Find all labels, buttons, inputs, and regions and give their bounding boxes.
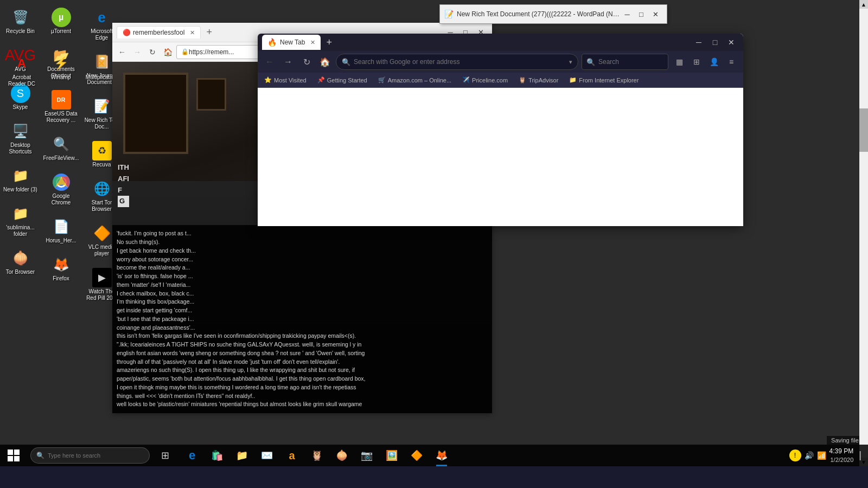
address-bar[interactable]: 🔍 ▾ bbox=[336, 54, 578, 70]
taskbar-app-store[interactable]: 🛍️ bbox=[205, 445, 229, 466]
icon-freefileview[interactable]: 🔍 FreeFileView... bbox=[42, 132, 80, 164]
search-box[interactable]: 🔍 bbox=[582, 54, 668, 70]
bookmark-getting-started[interactable]: 📌 Getting Started bbox=[315, 75, 369, 85]
skype-label: Skype bbox=[13, 104, 28, 111]
blog-long-1: this isn't from 'felix gargas like I've … bbox=[117, 332, 488, 341]
icon-winamp[interactable]: ⚡ Winamp bbox=[42, 52, 80, 83]
bookmark-amazon[interactable]: 🛒 Amazon.com – Online... bbox=[376, 75, 454, 85]
account-icon[interactable]: 👤 bbox=[706, 54, 722, 69]
volume-icon[interactable]: 🔊 bbox=[805, 451, 814, 460]
new-rich-text-icon: 📝 bbox=[92, 97, 112, 116]
painting-frame-large bbox=[123, 73, 188, 154]
icon-easeus[interactable]: DR EaseUS Data Recovery ... bbox=[42, 88, 80, 126]
getting-started-label: Getting Started bbox=[327, 77, 367, 84]
back-button[interactable]: ← bbox=[262, 54, 277, 69]
bookmark-from-ie[interactable]: 📁 From Internet Explorer bbox=[567, 75, 641, 85]
bookmark-priceline[interactable]: ✈️ Priceline.com bbox=[460, 75, 510, 85]
menu-icon[interactable]: ≡ bbox=[724, 54, 739, 69]
taskbar-app-tripadvisor[interactable]: 🦉 bbox=[305, 445, 329, 466]
most-visited-label: Most Visited bbox=[274, 77, 307, 84]
taskbar-app-edge[interactable]: e bbox=[180, 445, 204, 466]
bg-tab-add[interactable]: + bbox=[206, 27, 212, 38]
easeus-label: EaseUS Data Recovery ... bbox=[43, 111, 79, 124]
blog-line-7: them 'matter' /se'f I 'materia... bbox=[117, 281, 488, 290]
ms-edge-icon: e bbox=[92, 8, 112, 27]
bg-browser-tab[interactable]: 🔴 rememberlessfool ✕ bbox=[117, 26, 201, 38]
home-button[interactable]: 🏠 bbox=[317, 54, 333, 69]
bookmark-most-visited[interactable]: ⭐ Most Visited bbox=[262, 75, 309, 85]
browser-window-controls: ─ □ ✕ bbox=[691, 35, 739, 50]
network-icon[interactable]: 📶 bbox=[817, 451, 826, 460]
show-desktop-button[interactable]: | bbox=[857, 450, 864, 461]
taskbar-clock[interactable]: 4:39 PM 1/2/2020 bbox=[829, 447, 854, 464]
taskbar-search-box[interactable]: 🔍 bbox=[30, 447, 150, 464]
icon-acrobat[interactable]: A Acrobat Reader DC bbox=[3, 52, 41, 89]
icon-google-chrome[interactable]: Google Chrome bbox=[42, 170, 80, 208]
scrollbar-up-arrow[interactable]: ▲ bbox=[859, 0, 868, 9]
bg-back-button[interactable]: ← bbox=[116, 46, 129, 59]
browser-minimize-button[interactable]: ─ bbox=[691, 35, 706, 50]
search-input[interactable] bbox=[598, 58, 680, 66]
firefox-label: Firefox bbox=[53, 275, 69, 282]
address-dropdown-icon[interactable]: ▾ bbox=[569, 59, 572, 66]
scrollbar-right[interactable]: ▲ ▼ bbox=[859, 0, 868, 466]
icon-new-folder[interactable]: 📁 New folder (3) bbox=[2, 164, 40, 195]
icon-subliminal-folder[interactable]: 📁 'sublimina... folder bbox=[2, 202, 40, 240]
sync-icon[interactable]: ⊞ bbox=[689, 54, 704, 69]
task-view-button[interactable]: ⊞ bbox=[153, 445, 177, 466]
icon-utorrent[interactable]: µ µTorrent bbox=[42, 5, 80, 37]
tab-close-button[interactable]: ✕ bbox=[310, 39, 315, 46]
blog-line-6: 'is' sor to fthings. false hope ... bbox=[117, 272, 488, 281]
bg-home-button[interactable]: 🏠 bbox=[161, 46, 174, 59]
start-button[interactable] bbox=[0, 445, 27, 466]
wordpad-maximize-button[interactable]: □ bbox=[634, 8, 648, 20]
horus-label: Horus_Her... bbox=[46, 237, 76, 244]
taskbar-apps: e 🛍️ 📁 ✉️ a 🦉 🧅 📷 🖼️ 🔶 🦊 bbox=[180, 445, 454, 466]
scrollbar-thumb[interactable] bbox=[859, 108, 868, 152]
notification-icon[interactable]: ! bbox=[789, 450, 801, 461]
taskbar-app-photos[interactable]: 🖼️ bbox=[380, 445, 404, 466]
recuva-icon: ♻ bbox=[92, 141, 112, 160]
taskbar-app-file-explorer[interactable]: 📁 bbox=[230, 445, 254, 466]
blog-long-2: ".lkk; Icearialeinces A TIGHT SHIPS no s… bbox=[117, 341, 488, 349]
desktop-shortcuts-icon: 🖥️ bbox=[11, 121, 30, 141]
icon-firefox[interactable]: 🦊 Firefox bbox=[42, 253, 80, 284]
taskbar-app-tor[interactable]: 🧅 bbox=[330, 445, 354, 466]
taskbar-app-vlc[interactable]: 🔶 bbox=[405, 445, 429, 466]
tab-add-button[interactable]: + bbox=[326, 37, 332, 48]
address-input[interactable] bbox=[354, 58, 566, 66]
browser-active-tab[interactable]: 🔥 New Tab ✕ bbox=[262, 35, 321, 50]
tor-browser-label: Tor Browser bbox=[6, 269, 35, 275]
icon-recycle-bin[interactable]: 🗑️ Recycle Bin bbox=[2, 5, 40, 37]
tab-label: New Tab bbox=[280, 38, 305, 46]
bookmark-tripadvisor[interactable]: 🦉 TripAdvisor bbox=[516, 75, 560, 85]
start-tor-icon: 🌐 bbox=[92, 179, 112, 198]
taskbar-app-firefox[interactable]: 🦊 bbox=[430, 445, 454, 466]
painting-frame-small bbox=[196, 78, 226, 111]
bg-forward-button[interactable]: → bbox=[131, 46, 144, 59]
wordpad-minimize-button[interactable]: ─ bbox=[620, 8, 634, 20]
forward-button[interactable]: → bbox=[280, 54, 296, 69]
icon-horus[interactable]: 📄 Horus_Her... bbox=[42, 215, 80, 246]
taskbar-app-amazon[interactable]: a bbox=[280, 445, 304, 466]
blog-long-3: english font asian words 'weng sheng or … bbox=[117, 349, 488, 358]
tor-browser-icon: 🧅 bbox=[11, 248, 30, 268]
priceline-icon: ✈️ bbox=[462, 76, 470, 84]
bg-tab-close[interactable]: ✕ bbox=[190, 29, 195, 36]
wordpad-close-button[interactable]: ✕ bbox=[648, 8, 662, 20]
taskbar-search-input[interactable] bbox=[48, 452, 144, 459]
search-box-icon: 🔍 bbox=[586, 58, 595, 66]
bg-refresh-button[interactable]: ↻ bbox=[146, 46, 159, 59]
browser-maximize-button[interactable]: □ bbox=[707, 35, 723, 50]
from-ie-label: From Internet Explorer bbox=[579, 77, 639, 84]
desktop: 📝 New Rich Text Document (277)(((22222 -… bbox=[0, 0, 868, 466]
subliminal-folder-icon: 📁 bbox=[11, 204, 30, 223]
taskbar-app-mail[interactable]: ✉️ bbox=[255, 445, 279, 466]
icon-desktop-shortcuts[interactable]: 🖥️ Desktop Shortcuts bbox=[2, 119, 40, 157]
taskbar: 🔍 ⊞ e 🛍️ 📁 ✉️ a 🦉 🧅 📷 🖼️ 🔶 🦊 ! 🔊 📶 bbox=[0, 445, 868, 466]
taskbar-app-camera[interactable]: 📷 bbox=[355, 445, 379, 466]
library-icon[interactable]: ▦ bbox=[672, 54, 687, 69]
refresh-button[interactable]: ↻ bbox=[299, 54, 314, 69]
browser-close-button[interactable]: ✕ bbox=[724, 35, 739, 50]
icon-tor-browser[interactable]: 🧅 Tor Browser bbox=[2, 246, 40, 278]
